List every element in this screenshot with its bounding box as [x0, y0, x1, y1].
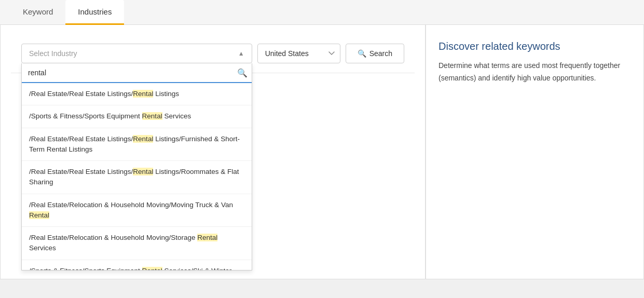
- panels-row: Select Industry ▲ 🔍 /Real Estate/Real E: [0, 25, 644, 279]
- list-item[interactable]: /Real Estate/Real Estate Listings/Rental…: [22, 128, 252, 161]
- list-item[interactable]: /Real Estate/Relocation & Household Movi…: [22, 194, 252, 227]
- item-highlight: Rental: [29, 211, 49, 219]
- list-item[interactable]: /Real Estate/Real Estate Listings/Rental…: [22, 83, 252, 105]
- right-panel-title: Discover related keywords: [439, 40, 631, 52]
- item-highlight: Rental: [133, 90, 153, 98]
- search-row: Select Industry ▲ 🔍 /Real Estate/Real E: [11, 34, 415, 73]
- item-text-after: Listings: [153, 90, 179, 98]
- tabs-container: Keyword Industries: [0, 0, 644, 25]
- dropdown-search-row: 🔍: [22, 63, 252, 83]
- industry-select-placeholder: Select Industry: [29, 49, 77, 58]
- country-select[interactable]: United States United Kingdom Canada Aust…: [257, 44, 340, 63]
- industry-select-button[interactable]: Select Industry ▲: [21, 44, 252, 63]
- item-highlight: Rental: [197, 234, 217, 241]
- item-highlight: Rental: [133, 135, 153, 143]
- item-highlight: Rental: [142, 112, 162, 120]
- item-text-before: /Sports & Fitness/Sports Equipment: [29, 267, 142, 270]
- search-button[interactable]: 🔍 Search: [346, 44, 404, 63]
- chevron-up-icon: ▲: [238, 50, 244, 57]
- list-item[interactable]: /Real Estate/Relocation & Household Movi…: [22, 227, 252, 260]
- list-item[interactable]: /Sports & Fitness/Sports Equipment Renta…: [22, 105, 252, 128]
- tab-industries[interactable]: Industries: [65, 0, 124, 25]
- item-text-before: /Sports & Fitness/Sports Equipment: [29, 112, 142, 120]
- item-text-before: /Real Estate/Real Estate Listings/: [29, 168, 133, 175]
- right-panel: Discover related keywords Determine what…: [426, 25, 643, 279]
- tab-keyword[interactable]: Keyword: [10, 0, 65, 25]
- item-text-after: Services: [29, 244, 56, 252]
- item-text-before: /Real Estate/Relocation & Household Movi…: [29, 201, 233, 209]
- search-icon: 🔍: [237, 68, 248, 78]
- item-text-before: /Real Estate/Relocation & Household Movi…: [29, 234, 197, 241]
- item-highlight: Rental: [142, 267, 162, 270]
- list-item[interactable]: /Real Estate/Real Estate Listings/Rental…: [22, 161, 252, 194]
- item-text-before: /Real Estate/Real Estate Listings/: [29, 90, 133, 98]
- right-panel-description: Determine what terms are used most frequ…: [439, 60, 631, 85]
- item-text-before: /Real Estate/Real Estate Listings/: [29, 135, 133, 143]
- industry-select-wrapper: Select Industry ▲ 🔍 /Real Estate/Real E: [21, 44, 252, 63]
- dropdown-list[interactable]: /Real Estate/Real Estate Listings/Rental…: [22, 83, 252, 270]
- item-highlight: Rental: [133, 168, 153, 175]
- dropdown-search-input[interactable]: [26, 65, 237, 80]
- search-icon: 🔍: [358, 49, 366, 58]
- list-item[interactable]: /Sports & Fitness/Sports Equipment Renta…: [22, 260, 252, 270]
- left-content: Select Industry ▲ 🔍 /Real Estate/Real E: [1, 25, 426, 279]
- industry-dropdown: 🔍 /Real Estate/Real Estate Listings/Rent…: [21, 63, 252, 270]
- page-wrapper: Keyword Industries Select Industry ▲: [0, 0, 644, 279]
- item-text-after: Services: [162, 112, 191, 120]
- search-button-label: Search: [369, 49, 392, 58]
